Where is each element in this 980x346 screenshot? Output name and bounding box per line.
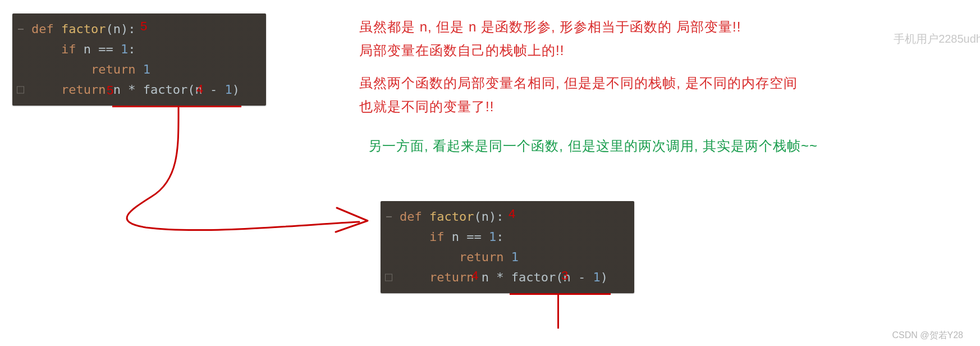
note-line: 也就是不同的变量了!! (359, 95, 494, 118)
note-line: 局部变量在函数自己的栈帧上的!! (359, 39, 564, 62)
annotation-value: 5 (107, 83, 113, 98)
watermark-top: 手机用户2285udh (894, 31, 980, 47)
code-line: return n * factor(n - 1) (31, 80, 256, 100)
underline-tail (557, 295, 559, 329)
underline (510, 293, 611, 295)
note-line: 虽然两个函数的局部变量名相同, 但是是不同的栈帧, 是不同的内存空间 (359, 72, 798, 94)
underline (112, 106, 241, 107)
note-line: 另一方面, 看起来是同一个函数, 但是这里的两次调用, 其实是两个栈帧~~ (368, 135, 818, 157)
watermark-bottom: CSDN @贺若Y28 (892, 330, 964, 342)
annotation-value: 4 (509, 207, 515, 221)
code-line: return 1 (31, 60, 256, 80)
code-snippet-1: def factor(n): if n == 1: return 1 retur… (12, 13, 266, 106)
note-line: 虽然都是 n, 但是 n 是函数形参, 形参相当于函数的 局部变量!! (359, 16, 741, 38)
annotation-value: 4 (471, 268, 478, 283)
annotation-value: 5 (140, 19, 147, 34)
annotation-value: 4 (196, 82, 203, 97)
code-snippet-2: def factor(n): if n == 1: return 1 retur… (381, 201, 634, 293)
code-line: if n == 1: (400, 227, 624, 247)
code-line: return 1 (400, 247, 624, 267)
annotation-value: 3 (561, 268, 568, 283)
code-line: return n * factor(n - 1) (400, 267, 624, 288)
code-line: if n == 1: (31, 39, 256, 60)
